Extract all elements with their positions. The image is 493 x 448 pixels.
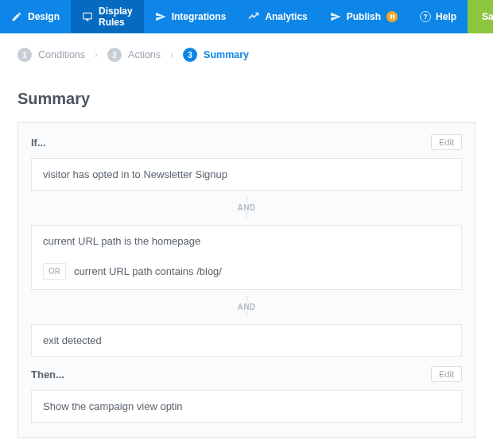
and-connector: AND — [31, 197, 462, 218]
edit-actions-button[interactable]: Edit — [431, 366, 462, 382]
step-label: Conditions — [38, 49, 85, 60]
nav-integrations[interactable]: Integrations — [144, 0, 238, 33]
edit-conditions-button[interactable]: Edit — [431, 134, 462, 150]
summary-panel: If... Edit visitor has opted in to Newsl… — [17, 122, 476, 438]
send-icon — [330, 11, 341, 22]
nav-design[interactable]: Design — [0, 0, 71, 33]
condition-group: exit detected — [31, 324, 462, 357]
breadcrumb-summary[interactable]: 3 Summary — [183, 48, 249, 62]
nav-label: Analytics — [265, 11, 307, 22]
step-number: 2 — [107, 48, 122, 62]
chart-icon — [248, 11, 259, 22]
step-number: 1 — [17, 48, 32, 62]
or-chip: OR — [43, 263, 66, 280]
help-icon: ? — [420, 11, 431, 22]
condition-text: current URL path contains /blog/ — [74, 265, 222, 277]
condition-text: visitor has opted in to Newsletter Signu… — [43, 168, 227, 180]
breadcrumb: 1 Conditions › 2 Actions › 3 Summary — [0, 33, 493, 82]
save-button[interactable]: Save — [468, 0, 493, 33]
condition-text: exit detected — [43, 334, 102, 346]
send-icon — [155, 11, 166, 22]
nav-label: Help — [436, 11, 456, 22]
nav-label: Display Rules — [99, 6, 133, 28]
monitor-icon — [82, 11, 93, 22]
pencil-icon — [11, 11, 22, 22]
page-body: Summary If... Edit visitor has opted in … — [0, 90, 493, 448]
connector-label: AND — [237, 303, 255, 311]
nav-help[interactable]: ? Help — [409, 0, 468, 33]
nav-label: Design — [28, 11, 60, 22]
step-label: Actions — [128, 49, 161, 60]
and-connector: AND — [31, 296, 462, 318]
connector-label: AND — [237, 203, 255, 212]
nav-label: Integrations — [172, 11, 227, 22]
nav-label: Publish — [347, 11, 381, 22]
page-title: Summary — [17, 90, 476, 108]
action-text: Show the campaign view optin — [43, 400, 183, 412]
nav-publish[interactable]: Publish — [319, 0, 409, 33]
save-label: Save — [482, 11, 493, 22]
chevron-right-icon: › — [170, 49, 173, 60]
chevron-right-icon: › — [95, 49, 98, 60]
step-label: Summary — [204, 49, 249, 60]
nav-analytics[interactable]: Analytics — [237, 0, 318, 33]
condition-sub: OR current URL path contains /blog/ — [32, 257, 461, 289]
condition-text: current URL path is the homepage — [32, 226, 461, 257]
then-section-head: Then... Edit — [31, 366, 462, 382]
then-label: Then... — [31, 369, 64, 380]
condition-group: visitor has opted in to Newsletter Signu… — [31, 158, 462, 191]
action-group: Show the campaign view optin — [31, 390, 462, 423]
condition-group: current URL path is the homepage OR curr… — [31, 225, 462, 290]
breadcrumb-actions[interactable]: 2 Actions — [107, 48, 161, 62]
pause-badge-icon — [386, 11, 398, 22]
breadcrumb-conditions[interactable]: 1 Conditions — [17, 48, 85, 62]
if-label: If... — [31, 137, 46, 149]
if-section-head: If... Edit — [31, 134, 462, 150]
step-number: 3 — [183, 48, 197, 62]
top-nav: Design Display Rules Integrations Analyt… — [0, 0, 493, 33]
nav-display-rules[interactable]: Display Rules — [71, 0, 144, 33]
